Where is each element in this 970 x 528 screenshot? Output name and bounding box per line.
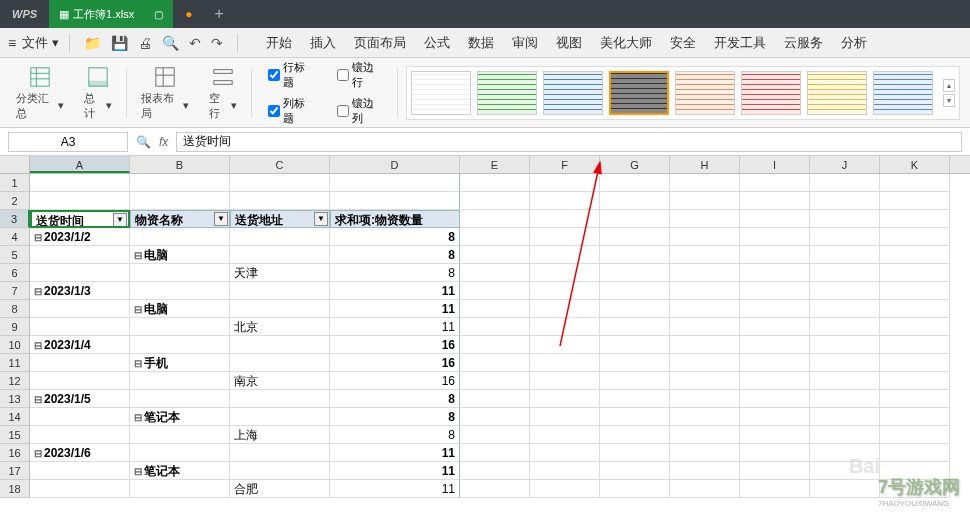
cell[interactable] [740,480,810,498]
cell[interactable] [600,246,670,264]
cell[interactable] [330,174,460,192]
cell[interactable] [130,228,230,246]
undo-icon[interactable]: ↶ [189,35,201,51]
cell[interactable] [460,228,530,246]
cell[interactable]: 8 [330,390,460,408]
cell[interactable] [880,246,950,264]
style-blue[interactable] [543,71,603,115]
cell[interactable] [810,246,880,264]
cell[interactable] [810,300,880,318]
cell[interactable] [230,192,330,210]
cell[interactable] [30,462,130,480]
cell[interactable] [130,192,230,210]
cell[interactable] [130,426,230,444]
row-header[interactable]: 18 [0,480,30,498]
menu-tab[interactable]: 插入 [310,34,336,52]
cell[interactable] [880,372,950,390]
cell[interactable] [600,372,670,390]
cell[interactable] [30,246,130,264]
cell[interactable] [810,444,880,462]
collapse-icon[interactable]: ⊟ [34,394,42,405]
cell[interactable] [810,210,880,228]
collapse-icon[interactable]: ⊟ [34,448,42,459]
print-icon[interactable]: 🖨 [138,35,152,51]
cell[interactable] [460,210,530,228]
cell[interactable] [740,426,810,444]
cell[interactable] [740,282,810,300]
cell[interactable] [810,390,880,408]
row-header[interactable]: 5 [0,246,30,264]
cell[interactable] [130,264,230,282]
cell[interactable] [670,174,740,192]
cell[interactable] [880,210,950,228]
row-header[interactable]: 8 [0,300,30,318]
cell[interactable] [230,228,330,246]
cell[interactable] [330,192,460,210]
cell[interactable]: ⊟手机 [130,354,230,372]
column-header[interactable]: G [600,156,670,173]
cell[interactable] [670,372,740,390]
ribbon-total[interactable]: 总计 ▾ [78,65,118,121]
cell[interactable]: 16 [330,336,460,354]
cell[interactable] [460,264,530,282]
column-header[interactable]: B [130,156,230,173]
row-header[interactable]: 10 [0,336,30,354]
cell[interactable]: 8 [330,246,460,264]
cell[interactable] [530,444,600,462]
cell[interactable] [600,318,670,336]
menu-tab[interactable]: 安全 [670,34,696,52]
sheet-area[interactable]: ABCDEFGHIJK 123送货时间▼物资名称▼送货地址▼求和项:物资数量4⊟… [0,156,970,518]
cell[interactable] [30,426,130,444]
fx-icon[interactable]: fx [159,135,168,149]
cell[interactable] [880,228,950,246]
cell[interactable] [670,228,740,246]
style-red[interactable] [741,71,801,115]
cell[interactable] [130,336,230,354]
cell[interactable]: ⊟笔记本 [130,408,230,426]
menu-tab[interactable]: 审阅 [512,34,538,52]
cell[interactable] [810,336,880,354]
cell[interactable] [230,174,330,192]
column-header[interactable]: K [880,156,950,173]
ribbon-blank[interactable]: 空行 ▾ [203,65,243,121]
cell[interactable] [600,264,670,282]
column-header[interactable]: I [740,156,810,173]
cell[interactable] [460,246,530,264]
name-box[interactable] [8,132,128,152]
column-header[interactable]: C [230,156,330,173]
cell[interactable]: ⊟笔记本 [130,462,230,480]
cell[interactable] [880,408,950,426]
file-tab[interactable]: ▦ 工作簿1.xlsx ▢ [49,0,173,28]
cell[interactable] [880,354,950,372]
cell[interactable] [670,282,740,300]
row-header[interactable]: 2 [0,192,30,210]
ribbon-subtotal[interactable]: 分类汇总 ▾ [10,65,70,121]
cell[interactable] [600,282,670,300]
cell[interactable] [670,480,740,498]
formula-input[interactable] [176,132,962,152]
cell[interactable] [230,300,330,318]
cell[interactable] [670,336,740,354]
cell[interactable] [670,246,740,264]
collapse-icon[interactable]: ⊟ [134,466,142,477]
cell[interactable] [230,444,330,462]
gallery-down-icon[interactable]: ▾ [943,94,955,107]
cell[interactable] [670,264,740,282]
cell[interactable] [530,246,600,264]
cell[interactable] [230,246,330,264]
style-none[interactable] [411,71,471,115]
menu-tab[interactable]: 视图 [556,34,582,52]
cell[interactable] [30,354,130,372]
cell[interactable] [600,408,670,426]
cell[interactable] [670,300,740,318]
cell[interactable] [600,228,670,246]
cell[interactable] [230,390,330,408]
cell[interactable] [880,390,950,408]
cell[interactable] [810,282,880,300]
cell[interactable] [530,336,600,354]
check-banded-rows[interactable]: 镶边行 [337,60,382,90]
cell[interactable] [810,228,880,246]
cell[interactable] [30,192,130,210]
cell[interactable] [30,264,130,282]
cell[interactable] [740,174,810,192]
